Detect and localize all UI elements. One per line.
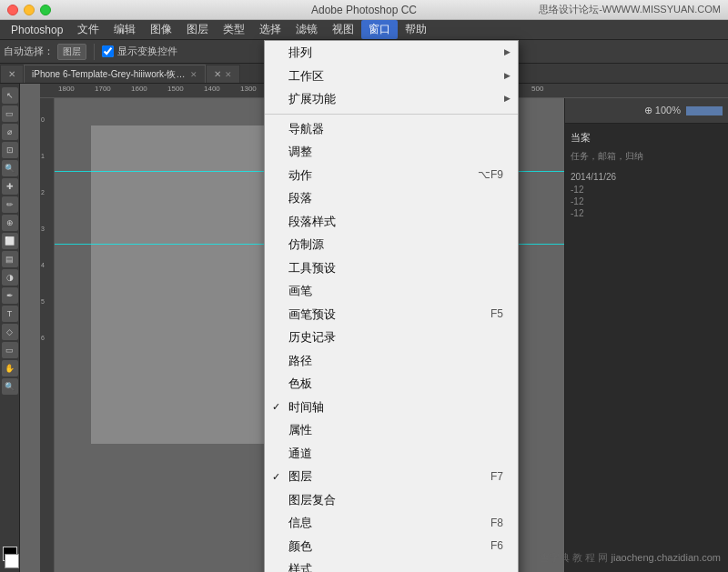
panel-zoom-value: ⊕ 100% (644, 105, 681, 116)
ruler-label-1600: 1600 (131, 85, 147, 93)
menu-help[interactable]: 帮助 (398, 20, 434, 39)
ruler-left: 0 1 2 3 4 5 6 (40, 98, 55, 572)
ruler-label-1400: 1400 (204, 85, 220, 93)
doc-tab-inactive1[interactable]: ✕ (0, 65, 24, 83)
right-panel-content: 当案 任务，邮箱，归纳 2014/11/26 -12 -12 -12 (565, 124, 728, 572)
menu-edit[interactable]: 编辑 (106, 20, 143, 39)
dd-item-yangshi[interactable]: 样式 (265, 557, 518, 572)
minimize-button[interactable] (24, 5, 35, 15)
ruler-left-label-1: 0 (41, 116, 45, 123)
menu-file[interactable]: 文件 (70, 20, 106, 39)
menu-window[interactable]: 窗口 (361, 20, 398, 39)
traffic-lights (0, 5, 51, 15)
left-tools-panel: ↖ ▭ ⌀ ⊡ 🔍 ✚ ✏ ⊕ ⬜ ▤ ◑ ✒ T ◇ ▭ ✋ 🔍 (0, 84, 20, 572)
crop-tool[interactable]: ⊡ (2, 142, 18, 158)
lasso-tool[interactable]: ⌀ (2, 124, 18, 140)
select-tool[interactable]: ▭ (2, 105, 18, 122)
menu-image[interactable]: 图像 (143, 20, 179, 39)
doc-tab-active[interactable]: iPhone 6-Template-Grey-hiiiwork-恢复的.psd … (24, 65, 206, 83)
ruler-left-label-6: 5 (41, 298, 45, 305)
dd-shortcut-tuceng: F7 (472, 468, 503, 485)
close-button[interactable] (7, 5, 18, 15)
dd-item-daohangqi[interactable]: 导航器 (265, 117, 518, 141)
dd-shortcut-huabi: F5 (472, 306, 503, 322)
dd-item-seban[interactable]: 色板 (265, 372, 518, 396)
dd-item-fangzhiyuan[interactable]: 仿制源 (265, 233, 518, 256)
eyedropper-tool[interactable]: 🔍 (2, 160, 18, 176)
zoom-tool[interactable]: 🔍 (2, 378, 18, 395)
path-tool[interactable]: ◇ (2, 324, 18, 340)
ruler-label-500: 500 (531, 85, 543, 93)
type-tool[interactable]: T (2, 306, 18, 322)
doc-tab-close[interactable]: ✕ (190, 70, 197, 79)
dd-shortcut-yanse: F6 (472, 537, 503, 554)
dd-item-gongZuoQu[interactable]: 工作区 (265, 65, 518, 88)
menu-view[interactable]: 视图 (325, 20, 361, 39)
menu-select[interactable]: 选择 (252, 20, 288, 39)
clone-tool[interactable]: ⊕ (2, 215, 18, 231)
show-transform-label: 显示变换控件 (117, 45, 177, 58)
heal-tool[interactable]: ✚ (2, 178, 18, 195)
shape-tool[interactable]: ▭ (2, 342, 18, 358)
ruler-label-1300: 1300 (240, 85, 257, 93)
dd-item-xinxi[interactable]: 信息F8 (265, 511, 518, 535)
dd-item-tuceng-fuhe[interactable]: 图层复合 (265, 488, 518, 512)
eraser-tool[interactable]: ⬜ (2, 233, 18, 249)
menu-filter[interactable]: 滤镜 (288, 20, 325, 39)
dd-sep-1 (265, 114, 518, 115)
pen-tool[interactable]: ✒ (2, 287, 18, 304)
panel-date: 2014/11/26 (569, 165, 724, 184)
ruler-left-label-2: 1 (41, 153, 45, 159)
window-dropdown-menu: 排列 工作区 扩展功能 导航器 调整 动作⌥F9 段落 段落样式 仿制源 工具预… (264, 40, 519, 572)
dd-item-duanluo-yangshi[interactable]: 段落样式 (265, 210, 518, 234)
dd-item-yanse[interactable]: 颜色F6 (265, 535, 518, 558)
dd-item-huabi-yushe[interactable]: 画笔预设F5 (265, 303, 518, 326)
ruler-left-label-3: 2 (41, 189, 45, 196)
toolbar-autoselect: 自动选择： 图层 (4, 44, 86, 60)
doc-tab-active-label: iPhone 6-Template-Grey-hiiiwork-恢复的.psd … (32, 68, 187, 81)
dd-item-dongzuo[interactable]: 动作⌥F9 (265, 164, 518, 187)
background-color[interactable] (5, 554, 19, 568)
dd-shortcut-xinxi: F8 (472, 515, 503, 531)
ruler-left-label-7: 6 (41, 335, 45, 341)
dd-item-tongdao[interactable]: 通道 (265, 442, 518, 466)
show-transform-checkbox[interactable] (102, 45, 114, 57)
doc-tab-close-2[interactable]: ✕ (225, 70, 232, 79)
dd-item-kuoZhanGongNeng[interactable]: 扩展功能 (265, 87, 518, 111)
ruler-label-1700: 1700 (95, 85, 111, 93)
menu-bar: Photoshop 文件 编辑 图像 图层 类型 选择 滤镜 视图 窗口 帮助 (0, 20, 728, 40)
title-bar-right-text: 思络设计论坛-WWWW.MISSYUAN.COM (539, 3, 721, 16)
dd-item-tuceng[interactable]: 图层F7 (265, 465, 518, 488)
dd-item-shijianzhou[interactable]: 时间轴 (265, 396, 518, 419)
brush-tool[interactable]: ✏ (2, 196, 18, 213)
dd-item-gongju-yushe[interactable]: 工具预设 (265, 256, 518, 280)
panel-item-3: -12 (569, 207, 724, 219)
gradient-tool[interactable]: ▤ (2, 251, 18, 267)
right-panel-toolbar: ⊕ 100% (565, 98, 728, 124)
menu-type[interactable]: 类型 (216, 20, 252, 39)
dd-item-lishi-jilu[interactable]: 历史记录 (265, 326, 518, 349)
dd-item-lujing[interactable]: 路径 (265, 349, 518, 373)
dd-item-shuxing[interactable]: 属性 (265, 418, 518, 442)
autoselect-dropdown[interactable]: 图层 (57, 44, 86, 60)
dd-item-paiLie[interactable]: 排列 (265, 41, 518, 65)
doc-tab-label-2: ✕ (214, 69, 221, 79)
autoselect-label: 自动选择： (4, 45, 54, 58)
title-bar: Adobe Photoshop CC 思络设计论坛-WWWW.MISSYUAN.… (0, 0, 728, 20)
maximize-button[interactable] (40, 5, 51, 15)
dodge-tool[interactable]: ◑ (2, 269, 18, 286)
menu-photoshop[interactable]: Photoshop (4, 22, 70, 38)
toolbar-transform: 显示变换控件 (102, 45, 177, 58)
dd-item-huabi[interactable]: 画笔 (265, 279, 518, 303)
menu-layer[interactable]: 图层 (179, 20, 216, 39)
panel-title: 当案 (569, 127, 724, 148)
panel-subtitle: 任务，邮箱，归纳 (569, 148, 724, 165)
dd-shortcut-dongzuo: ⌥F9 (460, 166, 503, 183)
right-panel-bar: ⊕ 100% 当案 任务，邮箱，归纳 2014/11/26 -12 -12 -1… (564, 98, 728, 572)
ruler-left-label-5: 4 (41, 262, 45, 268)
doc-tab-inactive2[interactable]: ✕ ✕ (206, 65, 240, 83)
dd-item-tiaozhen[interactable]: 调整 (265, 140, 518, 164)
hand-tool[interactable]: ✋ (2, 360, 18, 376)
move-tool[interactable]: ↖ (2, 87, 18, 104)
dd-item-duanluo[interactable]: 段落 (265, 186, 518, 210)
